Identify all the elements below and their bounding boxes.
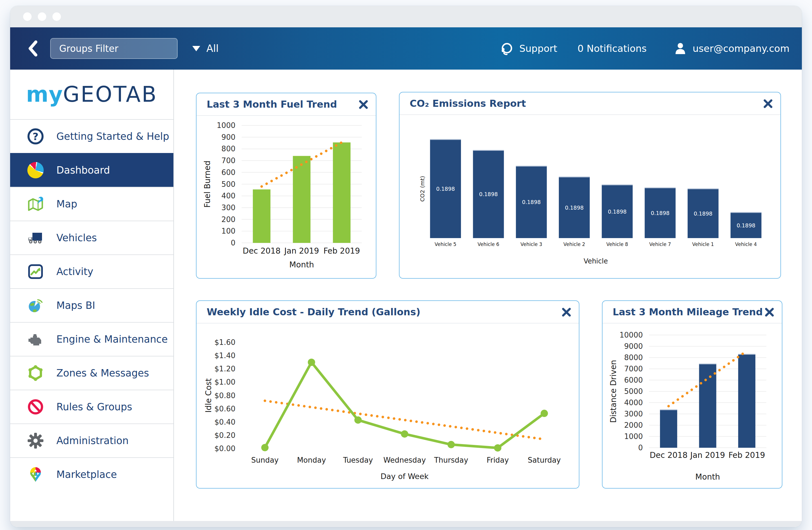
svg-text:2000: 2000 [624, 421, 643, 429]
window-titlebar [10, 6, 802, 27]
support-button[interactable]: Support [499, 41, 557, 56]
sidebar-item-engine-maintenance[interactable]: Engine & Maintenance [10, 322, 173, 356]
svg-text:Day of Week: Day of Week [381, 472, 429, 481]
svg-text:200: 200 [221, 215, 235, 224]
svg-text:Thursday: Thursday [434, 456, 468, 465]
person-icon [673, 42, 687, 55]
sidebar-item-label: Engine & Maintenance [56, 334, 168, 345]
mileage-trend-chart: 0100020003000400050006000700080009000100… [603, 324, 782, 488]
svg-text:10000: 10000 [620, 331, 643, 339]
sidebar-item-dashboard[interactable]: Dashboard [10, 153, 173, 187]
sidebar-item-label: Zones & Messages [56, 367, 149, 379]
sidebar-item-label: Dashboard [56, 164, 110, 176]
sidebar-item-label: Activity [56, 266, 93, 277]
svg-text:$0.80: $0.80 [215, 392, 235, 400]
triangle-down-icon[interactable] [192, 46, 200, 51]
marketplace-pin-icon [27, 466, 45, 484]
svg-text:900: 900 [221, 133, 235, 142]
co2-emissions-card: CO₂ Emissions Report 0.18980.18980.18980… [399, 92, 781, 279]
sidebar-item-administration[interactable]: Administration [10, 424, 173, 457]
svg-text:Vehicle 2: Vehicle 2 [563, 241, 585, 247]
window-control-icon[interactable] [53, 12, 61, 21]
svg-text:Vehicle 5: Vehicle 5 [435, 241, 456, 247]
svg-text:8000: 8000 [624, 353, 643, 362]
svg-text:5000: 5000 [624, 387, 643, 396]
chevron-left-icon[interactable] [27, 40, 39, 57]
globe-icon [27, 296, 45, 314]
groups-filter-label: Groups Filter [59, 43, 118, 54]
close-icon[interactable] [358, 100, 368, 109]
svg-text:$0.40: $0.40 [215, 418, 235, 426]
mygeotab-logo: myGEOTAB [10, 70, 173, 119]
sidebar-item-map[interactable]: Map [10, 187, 173, 221]
svg-text:500: 500 [221, 180, 235, 189]
sidebar-menu: ? Getting Started & Help Dashboard [10, 119, 173, 491]
sidebar-item-label: Vehicles [56, 232, 97, 244]
svg-text:Month: Month [695, 472, 720, 482]
svg-text:9000: 9000 [624, 342, 643, 351]
idle-cost-card: Weekly Idle Cost - Daily Trend (Gallons)… [196, 300, 579, 489]
groups-filter-input[interactable]: Groups Filter [50, 38, 178, 59]
close-icon[interactable] [763, 99, 773, 109]
notifications-button[interactable]: 0 Notifications [577, 43, 647, 54]
svg-text:Monday: Monday [297, 456, 326, 465]
svg-text:400: 400 [221, 192, 235, 200]
svg-text:Dec 2018: Dec 2018 [243, 246, 280, 255]
svg-text:0.1898: 0.1898 [479, 191, 498, 197]
sidebar-item-zones-messages[interactable]: Zones & Messages [10, 356, 173, 390]
nav-right-group: Support 0 Notifications user@company.com [499, 41, 789, 56]
svg-text:Saturday: Saturday [528, 456, 561, 465]
svg-text:Wednesday: Wednesday [383, 456, 426, 465]
card-header: Weekly Idle Cost - Daily Trend (Gallons) [197, 301, 579, 323]
map-icon [27, 195, 45, 213]
sidebar-item-label: Getting Started & Help [56, 131, 169, 142]
card-title: Last 3 Month Mileage Trend [613, 306, 763, 318]
svg-text:Idle Cost: Idle Cost [204, 378, 213, 412]
svg-text:$1.00: $1.00 [215, 378, 235, 386]
svg-text:0.1898: 0.1898 [608, 208, 626, 215]
close-icon[interactable] [561, 307, 571, 317]
svg-text:?: ? [33, 131, 39, 142]
window-control-icon[interactable] [38, 12, 46, 21]
user-account-button[interactable]: user@company.com [673, 42, 789, 55]
card-header: CO₂ Emissions Report [400, 92, 780, 115]
sidebar-item-maps-bi[interactable]: Maps BI [10, 288, 173, 322]
sidebar-item-label: Maps BI [56, 300, 95, 311]
gear-icon [27, 432, 45, 450]
sidebar-item-activity[interactable]: Activity [10, 254, 173, 288]
close-icon[interactable] [764, 307, 774, 317]
svg-text:4000: 4000 [624, 398, 643, 407]
card-header: Last 3 Month Mileage Trend [603, 301, 782, 323]
help-icon: ? [27, 127, 45, 145]
support-label: Support [519, 43, 557, 54]
svg-text:6000: 6000 [624, 376, 643, 384]
svg-text:Friday: Friday [487, 456, 509, 465]
svg-text:Vehicle 3: Vehicle 3 [521, 241, 542, 247]
svg-text:100: 100 [221, 227, 235, 235]
no-entry-icon [27, 398, 45, 416]
svg-text:Vehicle 8: Vehicle 8 [607, 241, 628, 247]
desktop-background: Groups Filter All Support 0 Notification… [0, 0, 812, 530]
sidebar-item-rules-groups[interactable]: Rules & Groups [10, 390, 173, 424]
user-email: user@company.com [693, 43, 789, 54]
sidebar-item-marketplace[interactable]: Marketplace [10, 457, 173, 491]
window-footer [10, 521, 802, 527]
svg-text:Sunday: Sunday [251, 456, 278, 465]
svg-text:7000: 7000 [624, 365, 643, 373]
svg-text:Distance Driven: Distance Driven [609, 360, 618, 423]
sidebar-item-vehicles[interactable]: Vehicles [10, 221, 173, 254]
activity-icon [27, 263, 45, 281]
window-control-icon[interactable] [23, 12, 32, 21]
headset-icon [499, 41, 514, 56]
sidebar-item-label: Administration [56, 435, 129, 446]
sidebar-item-getting-started[interactable]: ? Getting Started & Help [10, 119, 173, 153]
svg-text:Vehicle: Vehicle [584, 257, 608, 265]
svg-text:Fuel Burned: Fuel Burned [203, 161, 212, 208]
co2-emissions-chart: 0.18980.18980.18980.18980.18980.18980.18… [400, 116, 780, 278]
svg-text:Feb 2019: Feb 2019 [323, 246, 360, 255]
zones-icon [27, 364, 45, 382]
svg-text:$0.60: $0.60 [215, 404, 235, 413]
svg-text:0.1898: 0.1898 [436, 186, 455, 192]
groups-filter-value[interactable]: All [206, 43, 218, 54]
svg-text:Tuesday: Tuesday [343, 456, 373, 465]
